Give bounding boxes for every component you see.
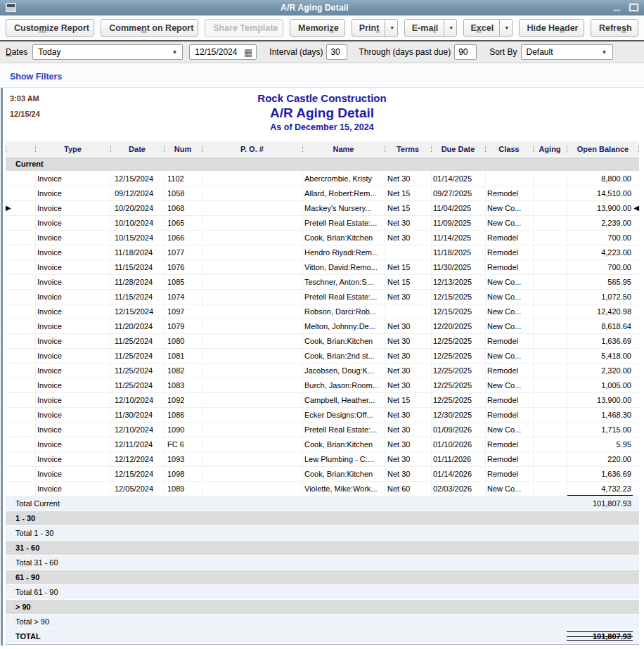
column-header-type[interactable]: Type — [35, 141, 110, 156]
section-total-row[interactable]: Total 1 - 30 — [6, 526, 639, 541]
hide-header-button[interactable]: Hide Header — [519, 19, 584, 37]
cell-type: Invoice — [35, 201, 110, 215]
cell-name: Teschner, Anton:S... — [302, 275, 385, 289]
cell-num: 1092 — [164, 393, 202, 407]
report-date-field[interactable]: 12/15/2024 ▦ — [189, 44, 257, 60]
cell-po — [202, 452, 302, 466]
chevron-down-icon[interactable]: ▼ — [385, 20, 397, 36]
cell-type: Invoice — [35, 378, 110, 392]
print-button[interactable]: Print▼ — [352, 19, 398, 37]
cell-due: 11/18/2025 — [431, 245, 485, 259]
dates-range-dropdown[interactable]: Today ▼ — [32, 44, 183, 60]
section-header: 61 - 90 — [6, 570, 639, 585]
table-row[interactable]: Invoice12/05/20241089Violette, Mike:Work… — [6, 482, 639, 496]
calendar-icon[interactable]: ▦ — [244, 48, 252, 57]
section-total-label: Total Current — [6, 499, 385, 508]
report-table: TypeDateNumP. O. #NameTermsDue DateClass… — [0, 141, 644, 645]
sortby-dropdown[interactable]: Default ▼ — [521, 44, 613, 60]
show-filters-link[interactable]: Show Filters — [10, 72, 62, 82]
cell-balance: 13,900.00 — [567, 201, 639, 215]
table-row[interactable]: Invoice10/20/20241068Mackey's Nursery...… — [6, 201, 639, 216]
cell-po — [202, 319, 302, 333]
table-row[interactable]: Invoice12/10/20241090Pretell Real Estate… — [6, 423, 639, 437]
dates-label: Dates — [6, 47, 27, 57]
cell-date: 12/10/2024 — [110, 423, 164, 437]
cell-date: 12/15/2024 — [110, 304, 164, 319]
column-header-aging[interactable]: Aging — [533, 141, 567, 156]
cell-po — [202, 245, 302, 259]
minimize-icon[interactable] — [613, 9, 621, 11]
table-row[interactable]: Invoice11/25/20241082Jacobsen, Doug:K...… — [6, 364, 639, 378]
cell-po — [202, 408, 302, 422]
table-row[interactable]: Invoice11/15/20241074Pretell Real Estate… — [6, 290, 639, 304]
table-row[interactable]: Invoice12/10/20241092Campbell, Heather..… — [6, 393, 639, 408]
cell-type: Invoice — [35, 260, 110, 274]
chevron-down-icon[interactable]: ▼ — [499, 20, 512, 36]
column-header-due[interactable]: Due Date — [431, 141, 485, 156]
chevron-down-icon[interactable]: ▼ — [444, 20, 456, 36]
cell-num: 1102 — [164, 172, 202, 186]
table-row[interactable]: Invoice11/25/20241083Burch, Jason:Room..… — [6, 378, 639, 393]
interval-days-field[interactable]: 30 — [326, 44, 347, 60]
memorize-button[interactable]: Memorize — [290, 19, 345, 37]
excel-button[interactable]: Excel▼ — [463, 19, 513, 37]
section-total-row[interactable]: Total > 90 — [6, 615, 639, 629]
table-row[interactable]: Invoice11/15/20241076Vitton, David:Remo.… — [6, 260, 639, 275]
column-header-po[interactable]: P. O. # — [202, 141, 302, 156]
through-days-field[interactable]: 90 — [454, 44, 477, 60]
customize-report-button[interactable]: Customize Report — [6, 19, 94, 37]
section-total-row[interactable]: Total 61 - 90 — [6, 585, 639, 600]
cell-due: 12/25/2025 — [431, 349, 485, 363]
maximize-icon[interactable] — [629, 4, 638, 11]
table-row[interactable]: Invoice11/28/20241085Teschner, Anton:S..… — [6, 275, 639, 290]
comment-on-report-button[interactable]: Comment on Report — [101, 19, 198, 37]
column-header-balance[interactable]: Open Balance — [567, 141, 639, 156]
report-date-value: 12/15/2024 — [195, 47, 237, 57]
table-row[interactable]: Invoice11/25/20241080Cook, Brian:Kitchen… — [6, 334, 639, 349]
cell-num: 1093 — [164, 452, 202, 466]
section-total-row[interactable]: Total Current101,807.93 — [6, 496, 639, 511]
print-button-label: Print — [352, 20, 385, 36]
refresh-button[interactable]: Refresh — [591, 19, 638, 37]
table-row[interactable]: Invoice12/15/20241098Cook, Brian:Kitchen… — [6, 467, 639, 482]
table-row[interactable]: Invoice12/15/20241097Robson, Darci:Rob..… — [6, 304, 639, 319]
table-row[interactable]: Invoice09/12/20241058Allard, Robert:Rem.… — [6, 186, 639, 201]
cell-class: New Co... — [485, 201, 533, 215]
table-row[interactable]: Invoice11/30/20241086Ecker Designs:Off..… — [6, 408, 639, 423]
column-header-num[interactable]: Num — [164, 141, 202, 156]
grand-total-value: 101,807.93 — [567, 632, 639, 641]
cell-type: Invoice — [35, 393, 110, 407]
column-header-terms[interactable]: Terms — [385, 141, 431, 156]
window-menu-icon[interactable] — [6, 3, 16, 12]
cell-num: 1080 — [164, 334, 202, 348]
column-header-name[interactable]: Name — [302, 141, 385, 156]
table-row[interactable]: Invoice10/10/20241065Pretell Real Estate… — [6, 216, 639, 231]
table-row[interactable]: Invoice12/12/20241093Lew Plumbing - C:..… — [6, 452, 639, 467]
column-header-date[interactable]: Date — [110, 141, 164, 156]
cell-po — [202, 172, 302, 186]
table-row[interactable]: Invoice11/18/20241077Hendro Riyadi:Rem..… — [6, 245, 639, 260]
email-button[interactable]: E-mail▼ — [404, 19, 457, 37]
cell-num: 1068 — [164, 201, 202, 215]
cell-date: 11/20/2024 — [110, 319, 164, 333]
report-bottom-rule — [6, 644, 639, 645]
cell-aging — [533, 482, 567, 496]
column-header-class[interactable]: Class — [485, 141, 533, 156]
cell-terms: Net 30 — [385, 334, 431, 348]
cell-date: 11/25/2024 — [110, 334, 164, 348]
table-row[interactable]: Invoice10/15/20241066Cook, Brian:Kitchen… — [6, 231, 639, 245]
cell-type: Invoice — [35, 290, 110, 304]
table-row[interactable]: Invoice11/25/20241081Cook, Brian:2nd st.… — [6, 349, 639, 364]
table-row[interactable]: Invoice12/15/20241102Abercrombie, Kristy… — [6, 172, 639, 186]
cell-type: Invoice — [35, 467, 110, 481]
cell-num: 1097 — [164, 304, 202, 319]
cell-date: 10/15/2024 — [110, 231, 164, 245]
cell-date: 11/25/2024 — [110, 349, 164, 363]
cell-indent — [6, 245, 35, 259]
table-row[interactable]: Invoice11/20/20241079Melton, Johnny:De..… — [6, 319, 639, 334]
window-title: A/R Aging Detail — [16, 3, 613, 13]
table-row[interactable]: Invoice12/11/2024FC 6Cook, Brian:Kitchen… — [6, 437, 639, 452]
section-header: Current — [6, 157, 639, 172]
cell-aging — [533, 245, 567, 259]
section-total-row[interactable]: Total 31 - 60 — [6, 555, 639, 570]
